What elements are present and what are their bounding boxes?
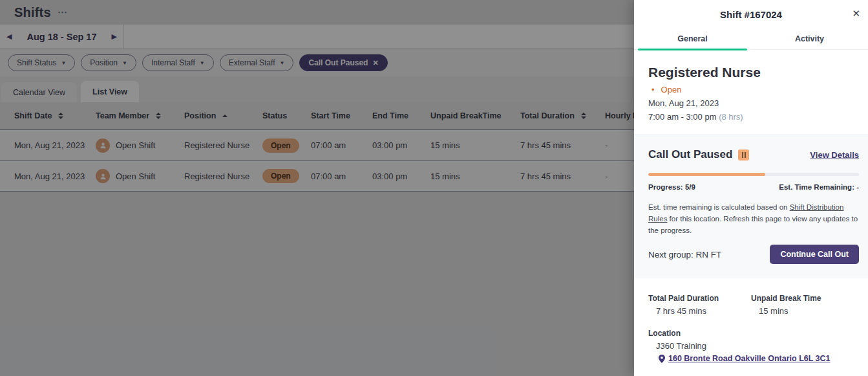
- time-range: 7:00 am - 3:00 pm: [648, 112, 717, 122]
- call-out-progress-bar: [648, 173, 859, 176]
- tab-general[interactable]: General: [634, 28, 751, 49]
- unpaid-break-value: 15 mins: [751, 306, 859, 316]
- total-paid-duration-value: 7 hrs 45 mins: [648, 306, 751, 316]
- est-time-remaining: Est. Time Remaining: -: [779, 183, 859, 191]
- total-paid-duration-group: Total Paid Duration 7 hrs 45 mins: [648, 294, 751, 316]
- shift-status: • Open: [648, 85, 859, 94]
- pause-icon: [738, 149, 749, 160]
- shift-details: Total Paid Duration 7 hrs 45 mins Unpaid…: [634, 278, 868, 376]
- call-out-section: Call Out Paused View Details Progress: 5…: [634, 135, 868, 278]
- location-address-link[interactable]: 160 Bronte Road Oakville Ontario L6L 3C1: [668, 354, 831, 363]
- view-details-link[interactable]: View Details: [810, 150, 859, 160]
- location-name: J360 Training: [648, 341, 859, 351]
- address-row: 160 Bronte Road Oakville Ontario L6L 3C1: [648, 354, 859, 363]
- next-group-label: Next group: RN FT: [648, 250, 721, 260]
- progress-labels: Progress: 5/9 Est. Time Remaining: -: [648, 183, 859, 191]
- position-title: Registered Nurse: [648, 65, 859, 80]
- call-out-header: Call Out Paused View Details: [648, 148, 859, 161]
- duration-note: (8 hrs): [719, 112, 743, 122]
- call-out-note: Est. time remaining is calculated based …: [648, 202, 859, 236]
- note-text: for this location. Refresh this page to …: [648, 215, 858, 234]
- map-pin-icon: [659, 355, 665, 363]
- app-root: Shifts ⋯ ◀ Aug 18 - Sep 17 ▶ Shift Statu…: [0, 0, 868, 376]
- progress-count: Progress: 5/9: [648, 183, 695, 191]
- panel-header: Shift #167024 ✕: [634, 0, 868, 28]
- shift-summary: Registered Nurse • Open Mon, Aug 21, 202…: [634, 50, 868, 135]
- status-bullet-icon: •: [651, 85, 655, 94]
- shift-date: Mon, Aug 21, 2023: [648, 98, 859, 108]
- note-text: Est. time remaining is calculated based …: [648, 203, 790, 211]
- duration-grid: Total Paid Duration 7 hrs 45 mins Unpaid…: [648, 294, 859, 316]
- unpaid-break-label: Unpaid Break Time: [751, 294, 859, 303]
- dim-overlay[interactable]: [0, 0, 634, 376]
- location-group: Location J360 Training 160 Bronte Road O…: [648, 329, 859, 363]
- progress-fill: [648, 173, 765, 176]
- status-label: Open: [661, 85, 682, 94]
- unpaid-break-group: Unpaid Break Time 15 mins: [751, 294, 859, 316]
- call-out-title-wrap: Call Out Paused: [648, 148, 749, 161]
- total-paid-duration-label: Total Paid Duration: [648, 294, 751, 303]
- panel-tabs: General Activity: [634, 28, 868, 50]
- close-icon[interactable]: ✕: [852, 8, 860, 19]
- tab-activity[interactable]: Activity: [751, 28, 868, 49]
- continue-call-out-button[interactable]: Continue Call Out: [770, 245, 859, 264]
- panel-title: Shift #167024: [720, 9, 782, 20]
- next-group-row: Next group: RN FT Continue Call Out: [648, 245, 859, 264]
- shift-detail-panel: Shift #167024 ✕ General Activity Registe…: [634, 0, 868, 376]
- call-out-title: Call Out Paused: [648, 148, 732, 161]
- location-label: Location: [648, 329, 859, 338]
- shift-time: 7:00 am - 3:00 pm (8 hrs): [648, 112, 859, 122]
